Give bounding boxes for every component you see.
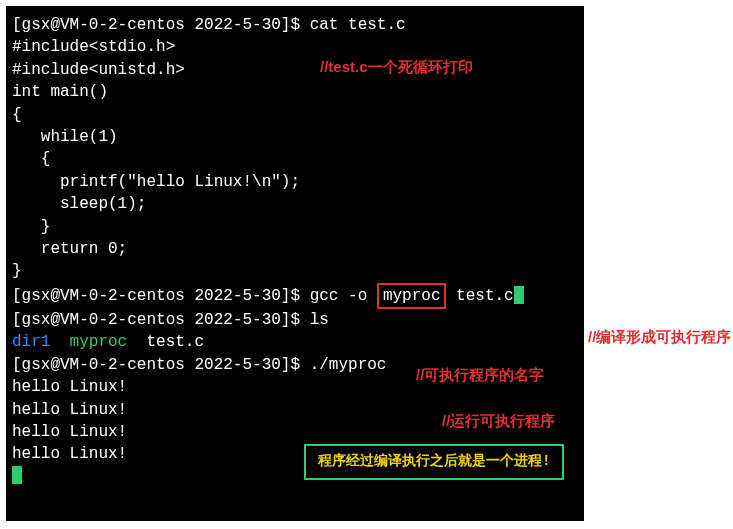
annotation-exename: //可执行程序的名字: [416, 364, 544, 385]
prompt: [gsx@VM-0-2-centos 2022-5-30]$: [12, 16, 310, 34]
source-line: while(1): [12, 126, 578, 148]
prompt-line-gcc: [gsx@VM-0-2-centos 2022-5-30]$ gcc -o my…: [12, 283, 578, 309]
ls-src: test.c: [146, 333, 204, 351]
prompt-line-ls: [gsx@VM-0-2-centos 2022-5-30]$ ls: [12, 309, 578, 331]
ls-dir: dir1: [12, 333, 50, 351]
source-line: sleep(1);: [12, 193, 578, 215]
source-line: }: [12, 216, 578, 238]
annotation-compile: //编译形成可执行程序: [588, 326, 731, 347]
command-gcc-post: test.c: [446, 287, 513, 305]
source-line: #include<unistd.h>: [12, 59, 578, 81]
cursor-icon: [12, 466, 22, 484]
annotation-box-process: 程序经过编译执行之后就是一个进程!: [304, 444, 564, 480]
source-line: return 0;: [12, 238, 578, 260]
command-ls: ls: [310, 311, 329, 329]
annotation-box-text: 程序经过编译执行之后就是一个进程!: [318, 453, 550, 469]
command-cat: cat test.c: [310, 16, 406, 34]
prompt: [gsx@VM-0-2-centos 2022-5-30]$: [12, 287, 310, 305]
ls-exe: myproc: [70, 333, 128, 351]
annotation-testc: //test.c一个死循环打印: [320, 56, 473, 77]
command-gcc-pre: gcc -o: [310, 287, 377, 305]
source-line: {: [12, 104, 578, 126]
source-line: }: [12, 260, 578, 282]
prompt: [gsx@VM-0-2-centos 2022-5-30]$: [12, 356, 310, 374]
gcc-output-name: myproc: [383, 287, 441, 305]
source-line: int main(): [12, 81, 578, 103]
source-line: {: [12, 148, 578, 170]
terminal-window: [gsx@VM-0-2-centos 2022-5-30]$ cat test.…: [6, 6, 584, 521]
ls-output-line: dir1 myproc test.c: [12, 331, 578, 353]
cursor-icon: [514, 286, 524, 304]
command-run: ./myproc: [310, 356, 387, 374]
prompt-line-cat: [gsx@VM-0-2-centos 2022-5-30]$ cat test.…: [12, 14, 578, 36]
prompt: [gsx@VM-0-2-centos 2022-5-30]$: [12, 311, 310, 329]
source-line: printf("hello Linux!\n");: [12, 171, 578, 193]
annotation-run: //运行可执行程序: [442, 410, 555, 431]
gcc-output-name-box: myproc: [377, 283, 447, 309]
source-line: #include<stdio.h>: [12, 36, 578, 58]
